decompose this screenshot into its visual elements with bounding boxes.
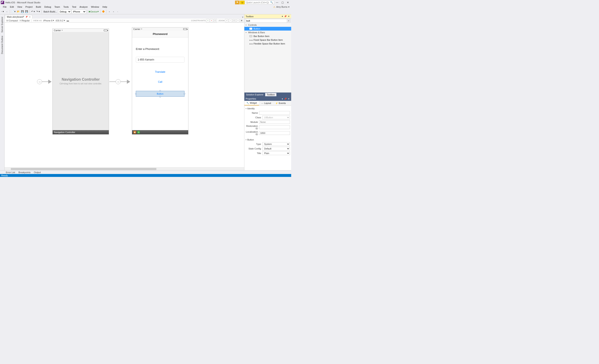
resize-handle-w[interactable] [135, 93, 136, 94]
solution-explorer-tab[interactable]: Solution Explorer [244, 93, 265, 96]
phoneword-scene[interactable]: Carrierᯤ Phoneword Enter a Phoneword: 1-… [132, 27, 188, 135]
properties-tab-widget[interactable]: 🔧 Widget [244, 101, 259, 105]
zoom-out-icon[interactable]: − [229, 19, 232, 22]
nav-fwd-button[interactable]: ◦ [5, 9, 9, 14]
prop-state-select[interactable]: Default [262, 147, 290, 150]
pin-icon[interactable]: 📌 [25, 16, 28, 18]
properties-tab-layout[interactable]: — Layout [259, 101, 273, 105]
prop-class-select[interactable]: UIButton [262, 116, 290, 119]
run-button[interactable]: ▶ Device ▾ [88, 9, 99, 14]
save-all-button[interactable]: 💾 [25, 9, 28, 14]
call-button[interactable]: Call [136, 80, 185, 83]
toolbox-group-controls[interactable]: ▾ Controls [244, 23, 291, 27]
toolbox-group-windows-bars[interactable]: ▾ Windows & Bars [244, 31, 291, 34]
zoom-fit-icon[interactable]: ⤢ [225, 19, 228, 22]
prop-module-input[interactable] [259, 120, 290, 124]
undo-button[interactable]: ↶ ▾ [31, 9, 35, 14]
prompt-label[interactable]: Enter a Phoneword: [136, 47, 185, 51]
feedback-smile-icon[interactable]: ☺ [240, 1, 245, 4]
new-project-button[interactable]: 📄▾ [11, 9, 16, 14]
toolbox-item-flexible-space[interactable]: ⟷ Flexible Space Bar Button Item [244, 42, 291, 45]
batch-build-button[interactable]: Batch Build... [43, 10, 58, 13]
view-controller-icon[interactable]: ◉ [133, 131, 136, 134]
menu-file[interactable]: File [1, 5, 8, 9]
resize-handle-n[interactable] [159, 90, 161, 91]
orientation-icon[interactable]: ▬ [66, 19, 70, 22]
restore-button[interactable]: ▢ [280, 1, 285, 4]
toolbox-item-fixed-space[interactable]: ⟼ Fixed Space Bar Button Item [244, 38, 291, 42]
config-select[interactable]: Debug [58, 9, 71, 14]
constraint-add-icon[interactable]: + [206, 19, 210, 22]
panel-pin-icon[interactable]: 📌 [284, 98, 287, 100]
translate-button[interactable]: Translate [136, 70, 185, 73]
size-class-h[interactable]: HRegular [19, 19, 30, 22]
breakpoints-tab[interactable]: Breakpoints [17, 171, 32, 174]
menu-tools[interactable]: Tools [62, 5, 70, 9]
save-button[interactable]: 💾 [21, 9, 24, 14]
close-button[interactable]: ✕ [285, 1, 290, 4]
menu-team[interactable]: Team [53, 5, 62, 9]
prop-name-input[interactable] [259, 111, 290, 115]
open-button[interactable]: 📂 [17, 9, 20, 14]
quick-launch-input[interactable]: Quick Launch (Ctrl+Q) 🔍 [245, 1, 274, 4]
panel-close-icon[interactable]: ✕ [287, 15, 290, 17]
toolbar-icon-2[interactable]: ▫ [107, 9, 111, 14]
segue-icon[interactable]: ▭ [116, 79, 121, 84]
toolbar-icon-1[interactable]: 🔶 [102, 9, 105, 14]
panel-pin-icon[interactable]: 📌 [284, 15, 287, 17]
panel-close-icon[interactable]: ✕ [287, 98, 290, 100]
exit-icon[interactable]: ⎋ [137, 131, 140, 134]
toolbar-icon-3[interactable]: ▫ [112, 9, 115, 14]
prop-restoration-input[interactable] [259, 125, 290, 129]
menu-build[interactable]: Build [34, 5, 43, 9]
nav-back-button[interactable]: ◦ ▾ [1, 9, 5, 14]
prop-type-select[interactable]: System [262, 142, 290, 146]
new-button-selected[interactable]: Button [136, 91, 185, 97]
platform-select[interactable]: iPhone [71, 9, 86, 14]
constraint-frame-icon[interactable]: ▢ [214, 19, 217, 22]
grid-icon[interactable]: ▦ [240, 19, 243, 22]
menu-project[interactable]: Project [24, 5, 34, 9]
menu-help[interactable]: Help [101, 5, 109, 9]
horizontal-scrollbar[interactable] [5, 167, 244, 170]
properties-tab-events[interactable]: ⚡ Events [273, 101, 288, 105]
document-outline-tab[interactable]: Document Outline [0, 34, 4, 55]
prop-localization-input[interactable] [259, 131, 290, 135]
ios-select[interactable]: iOS 9.2 ▾ [55, 19, 66, 22]
toolbox-item-button[interactable]: Button [244, 27, 291, 31]
menu-debug[interactable]: Debug [43, 5, 53, 9]
scrollbar-thumb[interactable] [11, 168, 156, 170]
zoom-in-icon[interactable]: + [236, 19, 240, 22]
user-account[interactable]: ⚠ Amy Burns ▾ [273, 6, 291, 8]
zoom-actual-icon[interactable]: ▢ [233, 19, 236, 22]
output-tab[interactable]: Output [32, 171, 43, 174]
size-class-w[interactable]: WWCompactCompact [5, 19, 19, 22]
navigation-controller-scene[interactable]: Carrierᯤ Navigation Controller Ctrl+drag… [53, 28, 109, 135]
storyboard-canvas[interactable]: ▭ Carrierᯤ Navigation Controller Ctrl+dr… [5, 23, 244, 167]
entry-point-icon[interactable]: ▭ [37, 79, 42, 84]
toolbox-tab[interactable]: Toolbox [265, 93, 276, 96]
menu-analyze[interactable]: Analyze [78, 5, 89, 9]
notification-flag-icon[interactable]: ⚑ [235, 1, 240, 4]
error-list-tab[interactable]: Error List [4, 171, 17, 174]
menu-window[interactable]: Window [89, 5, 101, 9]
resize-handle-s[interactable] [159, 96, 161, 97]
toolbar-icon-4[interactable]: ▫ [116, 9, 120, 14]
toolbox-item-bar-button[interactable]: Bar Button Item [244, 34, 291, 38]
close-tab-icon[interactable]: ✕ [29, 16, 31, 18]
panel-menu-icon[interactable]: ▾ [282, 15, 283, 17]
document-tab-storyboard[interactable]: Main.storyboard* 📌 ✕ [5, 15, 32, 18]
device-select[interactable]: iPhone 6 ▾ [43, 19, 55, 22]
panel-menu-icon[interactable]: ▾ [282, 98, 283, 100]
resize-handle-e[interactable] [184, 93, 185, 94]
toolbox-search-clear[interactable]: ✕ [287, 19, 290, 23]
tab-overflow-button[interactable]: ▾ [242, 16, 244, 18]
prop-title-select[interactable]: Plain [262, 151, 290, 155]
constraint-remove-icon[interactable]: × [210, 19, 213, 22]
phoneword-textfield[interactable]: 1-855-Xamarin [136, 57, 185, 63]
button-group-header[interactable]: ▾ Button [246, 138, 290, 142]
menu-edit[interactable]: Edit [8, 5, 16, 9]
toolbox-search-input[interactable] [245, 19, 287, 23]
minimize-button[interactable]: — [274, 1, 280, 4]
server-explorer-tab[interactable]: Server Explorer [0, 15, 4, 34]
